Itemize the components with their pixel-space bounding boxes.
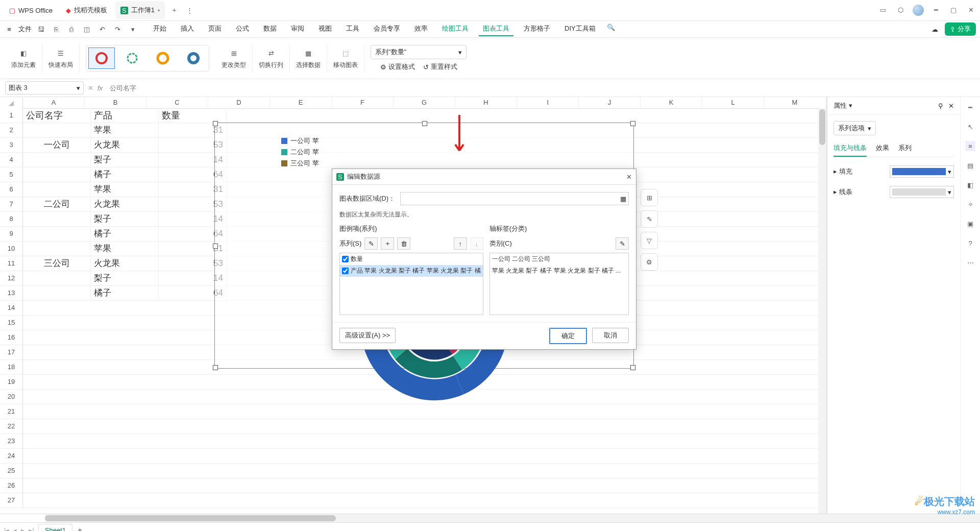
cube-icon[interactable]: ⬡ <box>895 5 905 15</box>
row-header[interactable]: 22 <box>0 419 23 433</box>
list-item[interactable]: 苹果 火龙果 梨子 橘子 苹果 火龙果 梨子 橘子 ... <box>490 265 628 277</box>
chart-filter-icon[interactable]: ▽ <box>641 232 658 249</box>
close-panel-icon[interactable]: ✕ <box>948 102 954 110</box>
chart-settings-icon[interactable]: ⚙ <box>641 253 658 271</box>
tab-workbook[interactable]: S工作簿1• <box>115 1 165 19</box>
advanced-button[interactable]: 高级设置(A) >> <box>339 328 396 343</box>
row-header[interactable]: 16 <box>0 330 23 345</box>
tab-view[interactable]: 视图 <box>314 22 336 36</box>
resize-handle[interactable] <box>422 121 427 126</box>
style-item[interactable] <box>180 47 207 69</box>
cancel-button[interactable]: 取消 <box>592 328 629 343</box>
col-header[interactable]: I <box>517 97 579 108</box>
tab-data[interactable]: 数据 <box>259 22 281 36</box>
sheet-nav-next-icon[interactable]: ▸ <box>21 526 24 532</box>
cell[interactable] <box>23 212 91 226</box>
tab-efficiency[interactable]: 效率 <box>410 22 432 36</box>
resize-handle[interactable] <box>213 244 218 249</box>
cell[interactable] <box>23 227 91 241</box>
row-header[interactable]: 3 <box>0 138 23 152</box>
list-item[interactable]: 产品 苹果 火龙果 梨子 橘子 苹果 火龙果 梨子 橘 <box>340 265 483 277</box>
cell[interactable]: 橘子 <box>91 286 159 300</box>
tab-member[interactable]: 会员专享 <box>370 22 404 36</box>
row-header[interactable]: 2 <box>0 123 23 137</box>
tab-fill-line[interactable]: 填充与线条 <box>834 143 867 157</box>
dialog-close-icon[interactable]: ✕ <box>626 173 632 181</box>
series-listbox[interactable]: 数量 产品 苹果 火龙果 梨子 橘子 苹果 火龙果 梨子 橘 <box>339 253 483 315</box>
cell[interactable]: 火龙果 <box>91 256 159 271</box>
row-header[interactable]: 12 <box>0 271 23 285</box>
cell[interactable] <box>23 153 91 167</box>
item-checkbox[interactable] <box>342 256 349 262</box>
tab-drawtools[interactable]: 绘图工具 <box>438 22 473 36</box>
undo-icon[interactable]: ↶ <box>97 24 107 34</box>
cell[interactable]: 梨子 <box>91 153 159 167</box>
tab-page[interactable]: 页面 <box>204 22 226 36</box>
cell[interactable]: 橘子 <box>91 167 159 182</box>
cell[interactable]: 苹果 <box>91 182 159 197</box>
style-item[interactable] <box>150 47 176 69</box>
minimize-icon[interactable]: ━ <box>931 5 941 15</box>
tab-diy[interactable]: DIY工具箱 <box>560 22 600 36</box>
series-move-down-button[interactable]: ↓ <box>470 237 483 250</box>
row-header[interactable]: 13 <box>0 286 23 300</box>
tab-start[interactable]: 开始 <box>149 22 170 36</box>
add-tab-button[interactable]: ＋ <box>168 4 180 16</box>
row-header[interactable]: 21 <box>0 404 23 419</box>
item-checkbox[interactable] <box>342 268 349 274</box>
series-options-select[interactable]: 系列选项▾ <box>834 121 876 135</box>
help-icon[interactable]: ? <box>965 238 975 248</box>
redo-icon[interactable]: ↷ <box>112 24 122 34</box>
col-header[interactable]: B <box>85 97 146 108</box>
window-restore-icon[interactable]: ▭ <box>878 5 888 15</box>
reset-style-button[interactable]: ↺重置样式 <box>423 62 457 71</box>
pin-icon[interactable]: ⚲ <box>938 102 943 110</box>
list-item[interactable]: 数量 <box>340 253 483 265</box>
maximize-icon[interactable]: ▢ <box>948 5 959 15</box>
cell[interactable]: 公司名字 <box>23 108 91 123</box>
export-icon[interactable]: ⎘ <box>51 24 61 34</box>
style-icon[interactable]: ▤ <box>965 160 975 171</box>
row-header[interactable]: 7 <box>0 197 23 211</box>
add-element-button[interactable]: ◧添加元素 <box>5 44 42 73</box>
search-icon[interactable]: 🔍 <box>606 22 616 32</box>
save-icon[interactable]: 🖫 <box>36 24 46 34</box>
row-header[interactable]: 11 <box>0 256 23 271</box>
col-header[interactable]: K <box>641 97 702 108</box>
sheet-nav-prev-icon[interactable]: ◂ <box>13 526 17 532</box>
collapse-icon[interactable]: ━ <box>965 102 975 112</box>
avatar[interactable] <box>913 5 924 16</box>
fill-color-select[interactable]: ▾ <box>890 165 954 178</box>
preview-icon[interactable]: ◫ <box>82 24 92 34</box>
series-add-button[interactable]: ＋ <box>381 237 394 250</box>
select-all-corner[interactable]: ◢ <box>0 97 23 108</box>
cloud-icon[interactable]: ☁ <box>929 24 940 34</box>
cell[interactable]: 梨子 <box>91 271 159 285</box>
move-chart-button[interactable]: ⬚移动图表 <box>327 44 364 73</box>
category-edit-button[interactable]: ✎ <box>616 237 629 250</box>
row-header[interactable]: 1 <box>0 108 23 123</box>
row-header[interactable]: 26 <box>0 478 23 493</box>
row-header[interactable]: 17 <box>0 345 23 359</box>
tab-menu-icon[interactable]: ⋮ <box>183 4 195 16</box>
cell[interactable] <box>23 123 91 137</box>
cell[interactable]: 苹果 <box>91 242 159 256</box>
cell[interactable] <box>23 182 91 197</box>
close-icon[interactable]: ✕ <box>966 5 976 15</box>
tab-tools[interactable]: 工具 <box>342 22 363 36</box>
cell[interactable]: 苹果 <box>91 123 159 137</box>
effects-icon[interactable]: ✧ <box>965 199 975 209</box>
row-header[interactable]: 8 <box>0 212 23 226</box>
horizontal-scrollbar[interactable] <box>45 514 980 522</box>
cell[interactable]: 橘子 <box>91 227 159 241</box>
row-header[interactable]: 14 <box>0 301 23 315</box>
ok-button[interactable]: 确定 <box>549 328 587 344</box>
cell[interactable] <box>23 167 91 182</box>
cell[interactable]: 一公司 <box>23 138 91 152</box>
dialog-titlebar[interactable]: S 编辑数据源 ✕ <box>332 169 636 185</box>
tab-templates[interactable]: ◆找稻壳模板 <box>61 1 112 19</box>
chart-elements-icon[interactable]: ⊞ <box>641 189 658 206</box>
cell[interactable] <box>23 286 91 300</box>
tab-squarecell[interactable]: 方形格子 <box>520 22 554 36</box>
row-header[interactable]: 23 <box>0 434 23 448</box>
